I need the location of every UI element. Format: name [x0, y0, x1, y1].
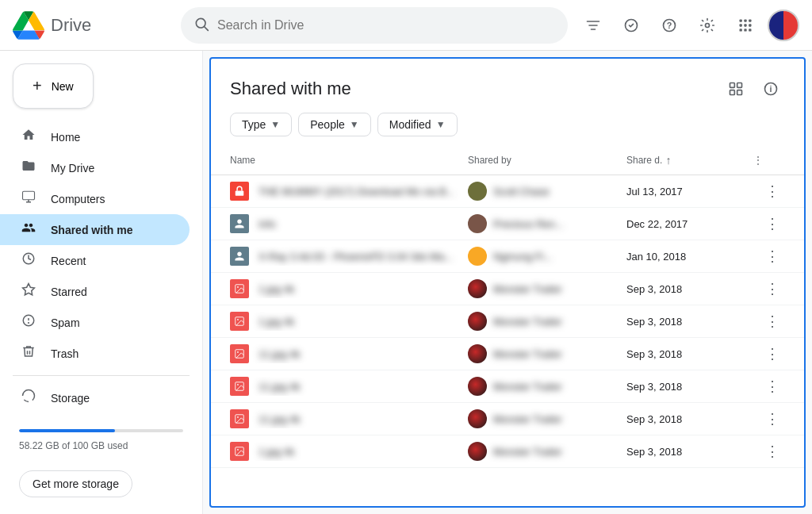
app-title: Drive: [51, 15, 91, 36]
file-name-cell: 11.jpg 4k: [230, 344, 468, 363]
layout: + New Home My Drive Computers Shar: [0, 51, 812, 514]
sidebar-item-home[interactable]: Home: [0, 121, 190, 152]
shared-by-name: Precious Ren...: [493, 218, 564, 230]
file-type-icon: [230, 442, 249, 461]
table-row[interactable]: 1.jpg 4k Monster Trailer Sep 3, 2018 ⋮: [211, 435, 804, 468]
sidebar-item-storage[interactable]: Storage: [0, 382, 190, 413]
info-button[interactable]: i: [756, 75, 785, 103]
new-button[interactable]: + New: [13, 63, 94, 109]
shared-by-avatar: [468, 214, 487, 233]
avatar[interactable]: [768, 10, 799, 41]
shared-by-cell: Ngmung Fi...: [468, 247, 626, 266]
type-filter-button[interactable]: Type ▼: [230, 113, 292, 136]
table-row[interactable]: THE MUMMY (2017) Download Mo via B... Sc…: [211, 175, 804, 208]
sort-icon: ↑: [665, 154, 671, 167]
table-row[interactable]: 11.jpg 4k Monster Trailer Sep 3, 2018 ⋮: [211, 338, 804, 370]
table-row[interactable]: Info Precious Ren... Dec 22, 2017 ⋮: [211, 208, 804, 240]
sidebar-item-my-drive-label: My Drive: [51, 162, 94, 175]
table-header-row: Name Shared by Share d. ↑ ⋮: [211, 146, 804, 175]
people-filter-label: People: [310, 118, 345, 131]
more-options-button[interactable]: ⋮: [760, 341, 785, 366]
more-options-button[interactable]: ⋮: [760, 178, 785, 204]
more-btn-cell: ⋮: [753, 406, 785, 432]
get-more-storage-button[interactable]: Get more storage: [19, 470, 132, 497]
svg-point-37: [237, 384, 239, 386]
storage-text: 58.22 GB of 100 GB used: [19, 440, 128, 451]
sidebar-item-shared-with-me[interactable]: Shared with me: [0, 214, 190, 245]
more-options-button[interactable]: ⋮: [760, 406, 785, 432]
type-filter-label: Type: [242, 118, 266, 131]
shared-by-avatar: [468, 182, 487, 201]
shared-by-header: Shared by: [468, 149, 626, 171]
sidebar-item-trash[interactable]: Trash: [0, 338, 190, 369]
file-table: Name Shared by Share d. ↑ ⋮: [211, 146, 804, 506]
svg-rect-15: [23, 191, 35, 200]
more-options-button[interactable]: ⋮: [760, 244, 785, 269]
sidebar-item-spam[interactable]: Spam: [0, 307, 190, 338]
people-filter-button[interactable]: People ▼: [298, 113, 370, 136]
file-name-text: 1.jpg 4k: [259, 283, 295, 295]
svg-line-1: [205, 27, 209, 31]
name-header: Name: [230, 149, 468, 171]
share-date-header[interactable]: Share d. ↑: [626, 149, 753, 171]
sidebar-separator: [13, 375, 190, 376]
trash-icon: [19, 344, 38, 362]
filter-options-button[interactable]: [577, 10, 609, 41]
sidebar-item-my-drive[interactable]: My Drive: [0, 152, 190, 183]
file-name-text: 11.jpg 4k: [259, 348, 301, 360]
more-btn-cell: ⋮: [753, 341, 785, 366]
shared-by-cell: Scott Chase: [468, 182, 626, 201]
page-title: Shared with me: [230, 79, 351, 99]
more-btn-cell: ⋮: [753, 309, 785, 334]
file-type-icon: [230, 279, 249, 298]
file-name-text: 11.jpg 4k: [259, 381, 301, 393]
table-row[interactable]: X-Ray 3.4d.03 - PhoenixFD 3.04 3ds Ma...…: [211, 240, 804, 273]
modified-filter-chevron-icon: ▼: [436, 119, 446, 130]
file-name-cell: Info: [230, 214, 468, 233]
settings-button[interactable]: [691, 10, 723, 41]
sidebar-item-storage-label: Storage: [51, 392, 90, 405]
share-date-cell: Sep 3, 2018: [626, 413, 753, 425]
shared-by-cell: Monster Trailer: [468, 442, 626, 461]
storage-bar-fill: [19, 429, 115, 432]
storage-section: 58.22 GB of 100 GB used: [0, 413, 202, 461]
table-row[interactable]: 1.jpg 4k Monster Trailer Sep 3, 2018 ⋮: [211, 305, 804, 338]
file-name-cell: 1.jpg 4k: [230, 312, 468, 331]
more-options-button[interactable]: ⋮: [760, 276, 785, 301]
svg-rect-6: [740, 19, 742, 21]
sidebar-item-starred[interactable]: Starred: [0, 276, 190, 307]
modified-filter-button[interactable]: Modified ▼: [377, 113, 458, 136]
sidebar-item-computers-label: Computers: [51, 193, 105, 205]
help-button[interactable]: ?: [653, 10, 685, 41]
more-options-button[interactable]: ⋮: [760, 374, 785, 399]
people-filter-chevron-icon: ▼: [350, 119, 359, 130]
file-name-cell: 1.jpg 4k: [230, 442, 468, 461]
share-date-cell: Sep 3, 2018: [626, 348, 753, 360]
table-row[interactable]: 11.jpg 4k Monster Trailer Sep 3, 2018 ⋮: [211, 370, 804, 403]
sidebar-item-computers[interactable]: Computers: [0, 183, 190, 214]
apps-button[interactable]: [730, 10, 761, 41]
svg-point-33: [237, 319, 239, 320]
shared-by-name: Monster Trailer: [493, 283, 562, 295]
more-options-button[interactable]: ⋮: [760, 309, 785, 334]
more-options-button[interactable]: ⋮: [760, 211, 785, 236]
my-drive-icon: [19, 159, 38, 177]
more-header: ⋮: [753, 149, 785, 171]
more-btn-cell: ⋮: [753, 211, 785, 236]
table-row[interactable]: 11.jpg 4k Monster Trailer Sep 3, 2018 ⋮: [211, 403, 804, 435]
shared-by-avatar: [468, 312, 487, 331]
search-bar[interactable]: [181, 7, 568, 44]
sidebar-item-recent[interactable]: Recent: [0, 245, 190, 276]
file-name-text: 1.jpg 4k: [259, 446, 295, 458]
search-input[interactable]: [217, 18, 555, 33]
share-date-cell: Sep 3, 2018: [626, 446, 753, 458]
tasks-icon-button[interactable]: [615, 10, 647, 41]
svg-text:?: ?: [667, 21, 672, 30]
table-row[interactable]: 1.jpg 4k Monster Trailer Sep 3, 2018 ⋮: [211, 273, 804, 305]
more-btn-cell: ⋮: [753, 178, 785, 204]
file-type-icon: [230, 377, 249, 396]
grid-view-button[interactable]: [722, 75, 750, 103]
more-options-button[interactable]: ⋮: [760, 439, 785, 464]
file-name-cell: 11.jpg 4k: [230, 377, 468, 396]
svg-text:i: i: [769, 84, 772, 94]
